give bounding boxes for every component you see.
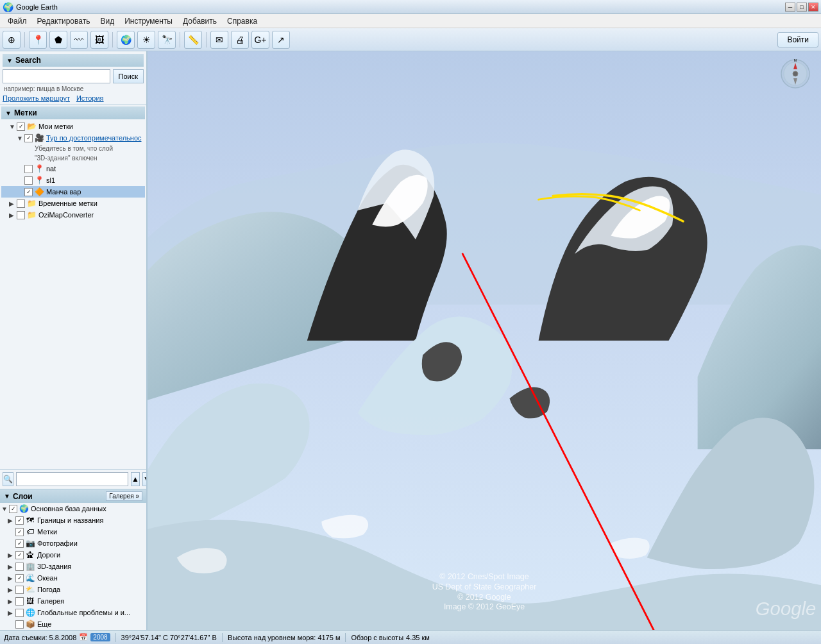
places-mancha[interactable]: 🔶 Манча вар xyxy=(1,186,145,198)
menu-view[interactable]: Вид xyxy=(95,15,119,27)
overview-label: Обзор с высоты xyxy=(351,634,403,641)
sky-button[interactable]: 🔭 xyxy=(158,31,176,49)
temp-marks-label: Временные метки xyxy=(38,199,97,207)
temp-marks-checkbox[interactable] xyxy=(17,199,25,208)
nav-compass[interactable]: N xyxy=(779,58,811,90)
borders-checkbox[interactable] xyxy=(15,516,24,525)
gallery-button[interactable]: Галерея » xyxy=(106,491,142,501)
gplus-button[interactable]: G+ xyxy=(251,31,269,49)
layer-gallery[interactable]: ▶ 🖼 Галерея xyxy=(0,595,146,607)
menu-tools[interactable]: Инструменты xyxy=(119,15,178,27)
layer-global[interactable]: ▶ 🌐 Глобальные проблемы и и... xyxy=(0,607,146,618)
copyright-3: © 2012 Google xyxy=(457,593,511,602)
print-button[interactable]: 🖨 xyxy=(231,31,249,49)
layer-borders[interactable]: ▶ 🗺 Границы и названия xyxy=(0,514,146,526)
global-checkbox[interactable] xyxy=(15,609,24,617)
roads-label: Дороги xyxy=(37,551,60,559)
places-nat[interactable]: 📍 nat xyxy=(1,163,145,174)
move-down-button[interactable]: ▼ xyxy=(142,472,148,486)
expand-arrow-gallery: ▶ xyxy=(8,598,15,605)
path-button[interactable]: 〰 xyxy=(70,31,88,49)
email-button[interactable]: ✉ xyxy=(210,31,228,49)
3d-checkbox[interactable] xyxy=(15,563,24,571)
more-label: Еще xyxy=(37,620,51,628)
copyright-1: © 2012 Cnes/Spot Image xyxy=(439,572,529,581)
gallery-layer-checkbox[interactable] xyxy=(15,597,24,606)
folder-icon-ozi: 📁 xyxy=(26,210,37,220)
mancha-label: Манча вар xyxy=(46,188,81,196)
layer-photos[interactable]: 📷 Фотографии xyxy=(0,538,146,549)
sl1-checkbox[interactable] xyxy=(24,176,33,185)
sun-button[interactable]: ☀ xyxy=(137,31,155,49)
share-button[interactable]: ↗ xyxy=(272,31,290,49)
menu-file[interactable]: Файл xyxy=(3,15,32,27)
global-icon: 🌐 xyxy=(25,607,35,618)
menu-add[interactable]: Добавить xyxy=(178,15,222,27)
mancha-checkbox[interactable] xyxy=(24,188,33,196)
layers-title: Слои xyxy=(13,492,33,501)
photos-label: Фотографии xyxy=(37,539,78,547)
statusbar-divider-2 xyxy=(222,633,223,642)
restore-button[interactable]: □ xyxy=(797,3,807,12)
layer-more[interactable]: 📦 Еще xyxy=(0,618,146,630)
ocean-checkbox[interactable] xyxy=(15,574,24,582)
places-my-places[interactable]: ▼ 📂 Мои метки xyxy=(1,121,145,132)
layer-3d-buildings[interactable]: ▶ 🏢 3D-здания xyxy=(0,561,146,572)
menu-help[interactable]: Справка xyxy=(222,15,262,27)
layers-header[interactable]: ▼ Слои Галерея » xyxy=(0,489,146,503)
maindb-checkbox[interactable] xyxy=(9,505,17,513)
menu-edit[interactable]: Редактировать xyxy=(32,15,96,27)
more-checkbox[interactable] xyxy=(15,620,24,629)
nav-button[interactable]: ⊕ xyxy=(3,31,21,49)
pin-icon-sl1: 📍 xyxy=(34,175,44,185)
search-hint: например: пицца в Москве xyxy=(3,85,144,92)
earth-button[interactable]: 🌍 xyxy=(117,31,135,49)
layer-weather[interactable]: ▶ ⛅ Погода xyxy=(0,584,146,595)
expand-arrow-maindb: ▼ xyxy=(1,505,9,513)
layer-main-db[interactable]: ▼ 🌍 Основная база данных xyxy=(0,503,146,514)
ruler-button[interactable]: 📏 xyxy=(184,31,202,49)
route-link[interactable]: Проложить маршрут xyxy=(3,94,70,102)
roads-checkbox[interactable] xyxy=(15,551,24,559)
places-temp-marks[interactable]: ▶ 📁 Временные метки xyxy=(1,198,145,209)
tour-checkbox[interactable] xyxy=(24,134,33,142)
expand-arrow-ocean: ▶ xyxy=(8,575,15,582)
places-sl1[interactable]: 📍 sl1 xyxy=(1,174,145,186)
tour-label: Тур по достопримечательнос xyxy=(46,134,142,142)
close-button[interactable]: ✕ xyxy=(808,3,818,12)
placemark-button[interactable]: 📍 xyxy=(29,31,47,49)
places-search-input[interactable] xyxy=(16,472,128,486)
search-places-button[interactable]: 🔍 xyxy=(3,472,13,486)
layer-roads[interactable]: ▶ 🛣 Дороги xyxy=(0,549,146,561)
history-link[interactable]: История xyxy=(76,94,104,102)
places-tour[interactable]: ▼ 🎥 Тур по достопримечательнос xyxy=(1,132,145,144)
layer-ocean[interactable]: ▶ 🌊 Океан xyxy=(0,572,146,584)
buildings-icon: 🏢 xyxy=(25,561,35,572)
overview-value: 4.35 км xyxy=(406,634,430,641)
places-header[interactable]: ▼ Метки xyxy=(1,106,145,119)
move-up-button[interactable]: ▲ xyxy=(131,472,140,486)
minimize-button[interactable]: ─ xyxy=(785,3,795,12)
toolbar-sep-4 xyxy=(206,32,207,47)
search-input[interactable] xyxy=(3,69,110,83)
coords-display: 39°24'57.14" С 70°27'41.67" В xyxy=(121,634,217,641)
weather-checkbox[interactable] xyxy=(15,586,24,594)
places-ozimapconverter[interactable]: ▶ 📁 OziMapConverter xyxy=(1,209,145,221)
labels-checkbox[interactable] xyxy=(15,528,24,536)
layer-labels[interactable]: 🏷 Метки xyxy=(0,526,146,538)
sidebar: ▼ Search Поиск например: пицца в Москве … xyxy=(0,51,148,630)
3d-label: 3D-здания xyxy=(37,563,71,570)
window-controls: ─ □ ✕ xyxy=(785,3,818,12)
map-area[interactable]: © 2012 Cnes/Spot Image US Dept of State … xyxy=(148,51,821,630)
overlay-button[interactable]: 🖼 xyxy=(90,31,108,49)
titlebar: 🌍 Google Earth ─ □ ✕ xyxy=(0,0,821,14)
ozi-checkbox[interactable] xyxy=(17,211,25,219)
photos-checkbox[interactable] xyxy=(15,539,24,548)
search-button[interactable]: Поиск xyxy=(113,69,144,83)
search-header[interactable]: ▼ Search xyxy=(3,54,144,67)
polygon-button[interactable]: ⬟ xyxy=(49,31,67,49)
expand-arrow: ▼ xyxy=(9,123,17,130)
login-button[interactable]: Войти xyxy=(777,32,818,47)
my-places-checkbox[interactable] xyxy=(17,123,25,131)
nat-checkbox[interactable] xyxy=(24,165,33,173)
